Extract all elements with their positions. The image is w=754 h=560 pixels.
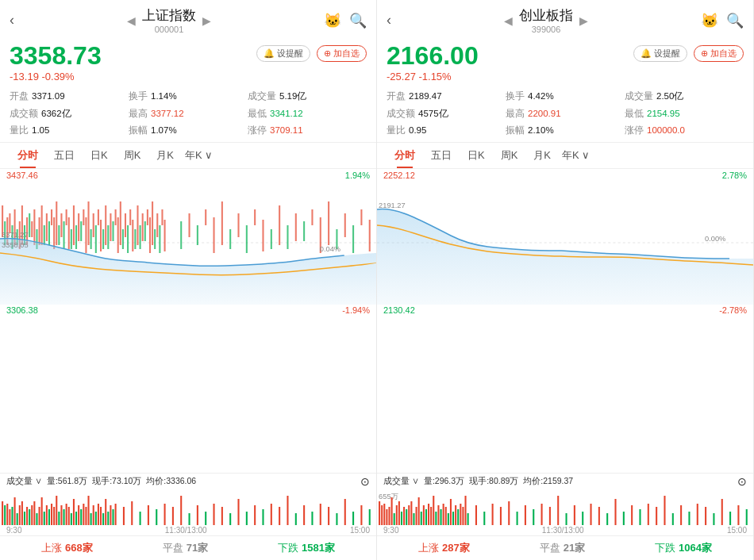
chinext-chart-pct-bottom: -2.78% [719,305,747,315]
vol-info-bar: 成交量 ∨ 量:561.8万 现手:73.10万 均价:3336.06 ⊙ [0,473,376,489]
chinext-header: ‹ ◀ 创业板指 399006 ▶ 🐱 🔍 [377,0,753,40]
chinext-tab-weekly-k[interactable]: 周K [493,143,526,168]
up-label: 上涨 [41,541,62,555]
alert-button[interactable]: 🔔 设提醒 [256,45,310,62]
chinext-alert-button[interactable]: 🔔 设提醒 [633,45,687,62]
chinext-header-nav: ◀ 创业板指 399006 ▶ [501,6,591,34]
chinext-watchlist-button[interactable]: ⊕ 加自选 [694,45,744,62]
svg-rect-124 [73,499,75,525]
chinext-minute-chart: 0.00% 2191.27 [377,182,753,305]
svg-rect-27 [66,209,67,225]
chinext-avg-price: 均价:2159.37 [523,476,573,487]
stat-volume-ratio: 量比 1.05 [10,123,129,137]
chinext-tab-yearly-k[interactable]: 年K ∨ [559,143,593,168]
chinext-next-arrow[interactable]: ▶ [576,13,591,29]
svg-text:3358.05: 3358.05 [2,241,29,249]
svg-text:2191.27: 2191.27 [379,201,406,209]
tab-five-day[interactable]: 五日 [46,143,83,168]
bottom-stats: 上涨 668家 平盘 71家 下跌 1581家 [0,535,376,560]
header-center: 上证指数 000001 [142,6,196,34]
svg-rect-232 [623,512,625,525]
svg-rect-184 [396,505,398,525]
svg-rect-165 [311,512,313,525]
price-change: -13.19 -0.39% [10,71,102,82]
stat-open: 开盘 3371.09 [10,89,129,103]
chinext-up-count: 287家 [442,541,470,555]
chinext-tab-daily-k[interactable]: 日K [460,143,493,168]
back-button[interactable]: ‹ [10,12,14,29]
next-arrow[interactable]: ▶ [199,13,214,29]
tab-minute[interactable]: 分时 [10,143,46,168]
header-nav: ◀ 上证指数 000001 ▶ [124,6,214,34]
svg-rect-60 [147,209,148,225]
time-mid: 11:30/13:00 [165,526,207,535]
stat-limit-up: 涨停 3709.11 [248,123,367,137]
svg-rect-32 [78,213,79,241]
svg-rect-42 [102,229,104,249]
svg-rect-133 [95,512,97,525]
chinext-vol-type-selector[interactable]: 成交量 ∨ [383,476,419,487]
watchlist-button[interactable]: ⊕ 加自选 [317,45,367,62]
svg-rect-156 [237,499,239,525]
svg-rect-121 [66,504,67,525]
svg-rect-127 [80,509,82,525]
svg-rect-24 [58,225,60,245]
emoji-icon[interactable]: 🐱 [324,12,341,29]
svg-rect-83 [303,221,305,241]
svg-rect-35 [85,217,87,253]
tab-daily-k[interactable]: 日K [83,143,116,168]
svg-rect-112 [44,512,45,525]
chinext-flat-count: 21家 [564,541,585,555]
main-price: 3358.73 [10,42,102,70]
svg-text:655万: 655万 [379,493,398,501]
tab-yearly-k[interactable]: 年K ∨ [182,143,216,168]
search-icon[interactable]: 🔍 [349,12,367,29]
tab-weekly-k[interactable]: 周K [116,143,149,168]
chinext-time-end: 15:00 [727,526,747,535]
chinext-tab-five-day[interactable]: 五日 [423,143,460,168]
svg-rect-123 [71,513,72,525]
svg-rect-196 [425,509,427,525]
svg-rect-45 [110,213,111,241]
chinext-emoji-icon[interactable]: 🐱 [701,12,718,29]
svg-rect-72 [213,217,214,253]
svg-rect-208 [455,505,456,525]
up-stat: 上涨 668家 [41,541,93,555]
vol-type-selector[interactable]: 成交量 ∨ [6,476,42,487]
chinext-tab-minute[interactable]: 分时 [387,143,423,168]
svg-rect-162 [287,496,288,525]
svg-rect-81 [287,225,288,249]
chinext-back-button[interactable]: ‹ [387,12,391,29]
chinext-vol-settings-icon[interactable]: ⊙ [737,475,747,488]
svg-rect-154 [221,507,223,525]
chinext-vol-info-bar: 成交量 ∨ 量:296.3万 现手:80.89万 均价:2159.37 ⊙ [377,473,753,489]
minute-chart: 3371.27 3358.05 0.04% [0,182,376,305]
prev-arrow[interactable]: ◀ [124,13,139,29]
chinext-prev-arrow[interactable]: ◀ [501,13,516,29]
svg-rect-210 [460,504,461,525]
chinext-chart-labels-bottom: 2130.42 -2.78% [377,305,753,316]
header-icons: 🐱 🔍 [324,12,367,29]
chinext-tab-monthly-k[interactable]: 月K [525,143,559,168]
svg-rect-237 [664,496,665,525]
stat-high: 最高 3377.12 [129,106,248,121]
svg-rect-20 [48,221,50,245]
svg-rect-108 [33,501,35,525]
chinext-chart-pct-top: 2.78% [722,171,747,180]
svg-rect-126 [78,505,79,525]
svg-rect-43 [105,205,106,245]
svg-rect-102 [19,505,21,525]
svg-rect-134 [98,504,99,525]
svg-rect-150 [189,513,190,525]
chinext-flat-label: 平盘 [540,541,560,555]
svg-rect-191 [413,513,414,525]
vol-settings-icon[interactable]: ⊙ [360,475,370,488]
svg-rect-58 [142,213,144,241]
tab-monthly-k[interactable]: 月K [148,143,182,168]
svg-rect-73 [221,201,223,245]
svg-rect-120 [63,509,65,525]
svg-rect-242 [705,507,706,525]
svg-rect-48 [117,217,119,253]
svg-rect-151 [197,505,198,525]
chinext-search-icon[interactable]: 🔍 [726,12,744,29]
